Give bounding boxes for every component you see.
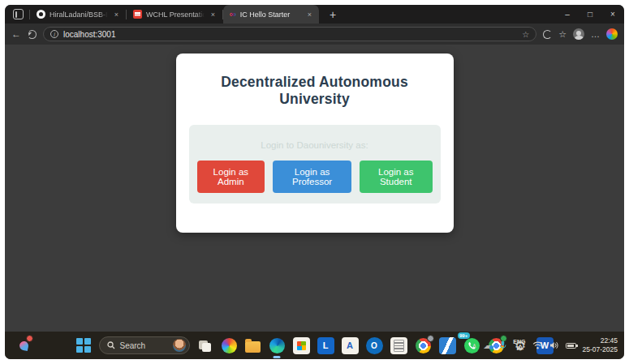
- weather-widget-icon: [19, 340, 29, 351]
- microsoft-store-icon[interactable]: [293, 337, 310, 354]
- tray-time: 22:45: [601, 336, 618, 345]
- chrome-profile-badge: [427, 335, 434, 342]
- pdf-favicon-icon: [133, 10, 142, 19]
- tab-title: IC Hello Starter: [240, 11, 301, 19]
- new-tab-button[interactable]: +: [325, 8, 340, 21]
- login-card: Decentralized Autonomous University Logi…: [176, 54, 454, 233]
- login-student-button[interactable]: Login as Student: [360, 161, 433, 193]
- browser-extension-icon[interactable]: [543, 30, 552, 39]
- page-viewport: Decentralized Autonomous University Logi…: [5, 45, 624, 332]
- system-tray: ∧ ☁ ENG IN: [472, 332, 618, 359]
- maximize-button[interactable]: □: [579, 5, 601, 24]
- vscode-icon[interactable]: [439, 337, 456, 354]
- taskbar-search[interactable]: Search: [99, 336, 190, 354]
- page-title: Decentralized Autonomous University: [189, 74, 441, 108]
- windows-taskbar: Search L A O: [5, 332, 624, 359]
- open-app-indicator: [274, 356, 281, 358]
- copilot-icon[interactable]: [606, 28, 618, 40]
- file-explorer-icon[interactable]: [244, 337, 261, 354]
- more-menu-icon[interactable]: …: [591, 30, 600, 39]
- tab-title: WCHL Presentation.pdf: [146, 11, 205, 19]
- app-l-icon[interactable]: L: [317, 337, 334, 354]
- chrome-icon[interactable]: [415, 337, 432, 354]
- tab-title: HiralLadani/BSB-Internship-Final: [50, 11, 108, 19]
- search-icon: [107, 341, 115, 349]
- task-view-icon[interactable]: [197, 337, 214, 354]
- tab-ic-hello-starter[interactable]: ∞ IC Hello Starter ×: [223, 5, 319, 24]
- internet-computer-favicon-icon: ∞: [230, 10, 236, 19]
- login-panel: Login to Daouniversity as: Login as Admi…: [189, 125, 441, 203]
- login-admin-button[interactable]: Login as Admin: [197, 161, 265, 193]
- outlook-icon[interactable]: O: [366, 337, 383, 354]
- close-tab-icon[interactable]: ×: [209, 10, 218, 19]
- volume-icon[interactable]: [549, 341, 559, 349]
- login-professor-button[interactable]: Login as Professor: [273, 161, 351, 193]
- minimize-button[interactable]: –: [556, 5, 579, 24]
- search-highlight-avatar: [173, 339, 186, 352]
- bookmark-star-icon[interactable]: ☆: [522, 30, 529, 39]
- back-icon[interactable]: ←: [11, 29, 21, 39]
- close-tab-icon[interactable]: ×: [305, 10, 314, 19]
- site-info-icon[interactable]: i: [50, 30, 58, 38]
- battery-icon[interactable]: [566, 343, 576, 349]
- photos-app-icon[interactable]: [222, 338, 237, 353]
- tab-pdf[interactable]: WCHL Presentation.pdf ×: [127, 5, 222, 24]
- app-a-icon[interactable]: A: [342, 337, 359, 354]
- browser-window: HiralLadani/BSB-Internship-Final × WCHL …: [5, 5, 624, 359]
- reload-icon[interactable]: [28, 30, 37, 39]
- tab-strip: HiralLadani/BSB-Internship-Final × WCHL …: [5, 5, 624, 24]
- window-controls: – □ ×: [556, 5, 624, 24]
- search-label: Search: [120, 341, 168, 350]
- folder-icon: [245, 341, 261, 353]
- widgets-button[interactable]: [18, 337, 32, 352]
- tray-clock[interactable]: 22:45 25-07-2025: [583, 336, 618, 353]
- tray-date: 25-07-2025: [583, 345, 618, 354]
- notification-badge: [26, 335, 33, 342]
- address-bar[interactable]: i localhost:3001 ☆: [43, 27, 536, 41]
- github-favicon-icon: [37, 10, 45, 19]
- notepad-icon[interactable]: [390, 337, 407, 354]
- browser-toolbar: ← i localhost:3001 ☆ ☆ …: [5, 24, 624, 45]
- onedrive-icon[interactable]: ☁: [483, 340, 493, 351]
- profile-avatar[interactable]: [573, 28, 584, 40]
- tab-github-repo[interactable]: HiralLadani/BSB-Internship-Final ×: [30, 5, 126, 24]
- screenshot-root: HiralLadani/BSB-Internship-Final × WCHL …: [0, 0, 629, 364]
- tab-actions-icon[interactable]: [13, 9, 24, 19]
- edge-browser-icon[interactable]: [269, 337, 286, 354]
- url-text[interactable]: localhost:3001: [63, 30, 517, 39]
- login-prompt: Login to Daouniversity as:: [197, 140, 433, 150]
- favorites-icon[interactable]: ☆: [558, 30, 567, 39]
- close-button[interactable]: ×: [601, 5, 624, 24]
- microphone-icon[interactable]: [499, 340, 506, 350]
- wifi-icon[interactable]: [532, 341, 543, 349]
- tray-chevron-icon[interactable]: ∧: [472, 342, 476, 349]
- login-button-row: Login as Admin Login as Professor Login …: [197, 161, 433, 193]
- whatsapp-badge: 99+: [458, 332, 470, 339]
- language-indicator[interactable]: ENG IN: [513, 339, 525, 352]
- close-tab-icon[interactable]: ×: [112, 10, 121, 19]
- start-button[interactable]: [76, 338, 92, 353]
